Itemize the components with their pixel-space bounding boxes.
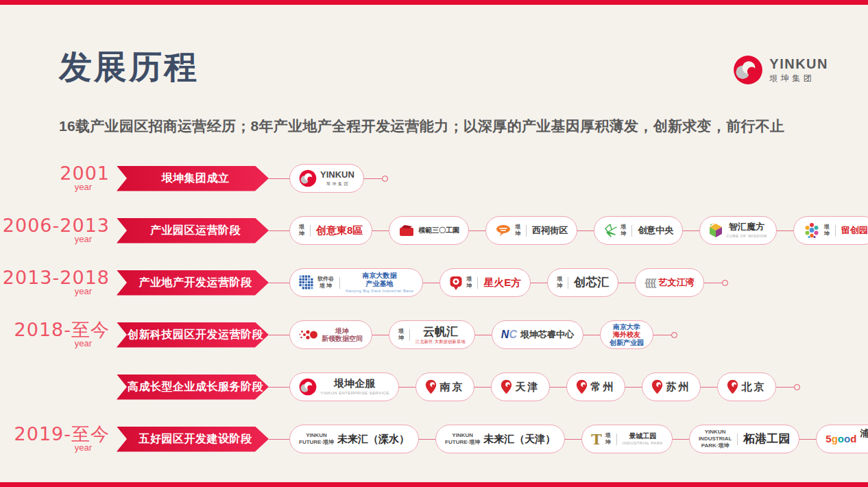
badge-label-line: 柘港工园 (743, 432, 790, 445)
year-cell: 2006-2013year (0, 216, 110, 244)
badge-label: 南京大数据产业基地Nanjing Big Data Industrial Bas… (346, 272, 413, 293)
year-label: 2001 (60, 164, 110, 182)
dots-ball-icon (803, 222, 821, 239)
yinkun-swirl-icon (299, 378, 317, 396)
badge-prefix-line: YINKUN (699, 429, 732, 436)
divider (339, 277, 340, 289)
logo-badge: YINKUN垠 坤 集 团 (289, 164, 364, 193)
logo-badge: 垠坤创芯汇 (547, 268, 618, 297)
badge-label: 南京大学海外校友创新产业园 (610, 323, 644, 346)
badge-prefix-line: 垠 (299, 224, 304, 230)
connector-line (625, 387, 642, 388)
badge-prefix-line: 软件谷 (317, 276, 334, 283)
connector-line (469, 230, 485, 231)
timeline-row: 2006-2013year产业园区运营阶段垠坤创意東8區模範三〇工園垠坤西祠街区… (0, 204, 868, 257)
logo-badge: 垠坤新领数据空间 (289, 320, 372, 349)
logo-badge: T垠坤景城工园INDUSTRIAL PARK (581, 425, 673, 453)
blue-grid-icon (299, 275, 314, 290)
year-label: 2006-2013 (3, 216, 110, 235)
badge-prefix: 垠坤 (824, 224, 830, 237)
divider (631, 225, 632, 237)
badge-label-line: 浦口经开区电子 (860, 429, 868, 439)
badge-label-line: 天津 (516, 381, 540, 393)
connector-line (577, 230, 594, 231)
badge-prefix-line: 坤 (299, 230, 304, 237)
badge-prefix-line: 垠 (605, 432, 611, 439)
badge-label-line: 模範三〇工園 (418, 226, 459, 234)
badge-prefix-line: INDUSTRIAL (699, 436, 732, 442)
badge-label: 浦口经开区电子信息智造园 (860, 429, 868, 449)
yinkun-swirl-icon (299, 169, 317, 187)
connector-line (618, 283, 635, 283)
timeline-row: 2019-至今year五好园区开发建设阶段YINKUNFUTURE·垠坤未来汇（… (0, 413, 868, 465)
badge-prefix: 软件谷垠 坤 (317, 276, 334, 289)
year-cell: 2018-至今year (0, 320, 110, 348)
badge-label: 垠坤芯睿中心 (520, 330, 574, 340)
badge-label: 苏州 (666, 381, 691, 393)
connector-line (683, 230, 699, 231)
badge-label: 常州 (591, 381, 616, 393)
connector-line (269, 387, 289, 388)
brand-logo: YINKUN 垠坤集团 (733, 55, 828, 85)
badge-label: 景城工园INDUSTRIAL PARK (623, 432, 663, 446)
badge-label-line: 南京大数据 (363, 272, 397, 279)
year-suffix: year (75, 182, 110, 192)
stage-arrow-banner: 产业园区运营阶段 (117, 218, 269, 244)
year-suffix: year (75, 339, 110, 348)
logo-badge: 南京大学海外校友创新产业园 (600, 320, 653, 349)
brand-name: YINKUN (769, 56, 828, 71)
year-suffix: year (75, 235, 110, 244)
badge-label-line: 智汇魔方 (729, 222, 764, 233)
badge-label-line: YINKUN (320, 170, 354, 180)
badge-prefix: 垠坤 (398, 328, 404, 342)
connector-line (399, 387, 415, 388)
badge-label-line: 留创园 (841, 226, 868, 236)
page-title: 发展历程 (59, 45, 199, 89)
red-box-icon (398, 225, 415, 237)
badge-label: 南京 (440, 381, 465, 393)
badge-label-line: 新领数据空间 (322, 335, 363, 342)
logo-badge: 垠坤留创园 (793, 216, 868, 245)
badge-prefix-line: 垠 (398, 328, 404, 335)
year-suffix: year (75, 443, 110, 453)
badge-label-line: 景城工园 (629, 432, 656, 440)
badge-prefix: 垠坤 (466, 276, 472, 289)
connector-line (419, 439, 435, 440)
timeline-row: 高成长型企业成长服务阶段垠坤企服YINKUN ENTERPRISE SERVIC… (0, 361, 868, 413)
timeline-row: 2001year垠坤集团成立YINKUN垠 坤 集 团 (0, 152, 868, 204)
badge-prefix: 垠坤 (557, 276, 562, 289)
badge-prefix-line: 坤 (620, 230, 626, 237)
connector-line (269, 178, 289, 179)
badge-label-line: 垠坤企服 (334, 378, 375, 390)
connector-line (269, 335, 289, 335)
badge-chain: 垠坤创意東8區模範三〇工園垠坤西祠街区垠坤创意中央智汇魔方CUBE OF WIS… (269, 216, 868, 245)
connector-line (704, 283, 722, 283)
badge-prefix: 垠坤 (299, 224, 304, 237)
badge-prefix-line: 垠 (557, 276, 562, 283)
year-cell: 2001year (0, 164, 110, 192)
stage-arrow-banner: 产业地产开发运营阶段 (117, 270, 269, 296)
badge-label: 留创园 (841, 226, 868, 236)
connector-line (701, 387, 717, 388)
badge-prefix-line: 坤 (605, 439, 611, 446)
badge-prefix-line: 垠 坤 (317, 283, 334, 289)
logo-badge: 智汇魔方CUBE OF WISDOM (699, 216, 776, 245)
divider (310, 225, 311, 237)
badge-label: 云帆汇江北新区·大数据创新基地 (415, 325, 466, 344)
badge-label-line: 南京大学 (613, 323, 640, 331)
stage-arrow-banner: 创新科技园区开发运营阶段 (117, 322, 269, 348)
badge-label: 创芯汇 (574, 276, 609, 289)
badge-label-line: 北京 (742, 381, 767, 393)
badge-label-line: 创芯汇 (574, 276, 609, 289)
badge-label-line: 西祠街区 (532, 226, 568, 236)
stage-label: 产业地产开发运营阶段 (134, 276, 252, 290)
badge-label-line: 产业基地 (366, 280, 394, 287)
stage-label: 产业园区运营阶段 (145, 224, 241, 238)
connector-line (776, 387, 794, 388)
badge-subtext: INDUSTRIAL PARK (623, 441, 663, 446)
brand-name-cn: 垠坤集团 (769, 73, 828, 84)
logo-badge: {{{{艺文江湾 (635, 268, 703, 297)
yinkun-swirl-icon (733, 55, 763, 85)
top-accent-bar (0, 0, 868, 5)
connector-line (474, 387, 491, 388)
